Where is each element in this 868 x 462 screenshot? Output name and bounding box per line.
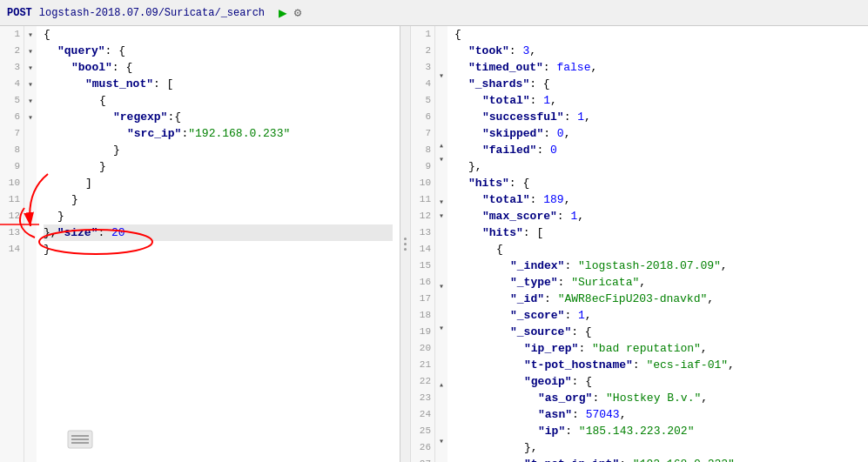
r-line-27: "t-pot_ip_int": "192.168.0.233", [454,456,861,462]
run-button[interactable]: ▶ [279,4,287,22]
r-line-2: "took": 3, [454,43,861,59]
fold-r13[interactable]: ▾ [435,195,447,209]
r-line-6: "successful": 1, [454,109,861,125]
left-line-numbers: 1 2 3 4 5 6 7 8 9 10 11 12 13 14 [0,26,24,462]
r-line-14: { [454,241,861,258]
fold-r30[interactable]: ▾ [435,434,447,448]
left-panel: 1 2 3 4 5 6 7 8 9 10 11 12 13 14 [0,26,400,462]
right-panel: 1 2 3 4 5 6 7 8 9 10 11 12 13 14 15 16 1 [411,26,868,462]
r-line-21: "t-pot_hostname": "ecs-iaf-01", [454,357,861,373]
r-line-24: "asn": 57043, [454,406,861,423]
r-line-16: "_type": "Suricata", [454,274,861,291]
r-line-8: "failed": 0 [454,142,861,158]
code-line-2: "query": { [44,43,393,59]
code-line-8: } [44,142,393,158]
fold-1[interactable]: ▾ [24,26,37,43]
fold-3[interactable]: ▾ [24,59,37,76]
r-line-7: "skipped": 0, [454,125,861,142]
r-line-17: "_id": "AWR8ecFipU203-dnavkd", [454,291,861,307]
code-line-10: ] [44,175,393,191]
right-fold-indicators: ▾ ▴ ▾ ▾ ▾ ▾ [435,26,447,462]
left-fold-indicators: ▾ ▾ ▾ ▾ ▾ ▾ [24,26,37,462]
code-line-3: "bool": { [44,59,393,76]
r-line-26: }, [454,439,861,456]
code-line-12: } [44,208,393,224]
main-container: POST logstash-2018.07.09/Suricata/_searc… [0,0,868,462]
fold-4[interactable]: ▾ [24,76,37,92]
r-line-25: "ip": "185.143.223.202" [454,423,861,439]
left-code: { "query": { "bool": { "must_not": [ { "… [37,26,400,462]
r-line-12: "max_score": 1, [454,208,861,224]
fold-r26[interactable]: ▴ [435,378,447,392]
right-line-numbers: 1 2 3 4 5 6 7 8 9 10 11 12 13 14 15 16 1 [411,26,435,462]
fold-r14[interactable]: ▾ [435,209,447,223]
fold-r19[interactable]: ▾ [435,279,447,293]
r-line-23: "as_org": "Hostkey B.v.", [454,390,861,406]
fold-2[interactable]: ▾ [24,43,37,59]
request-url: logstash-2018.07.09/Suricata/_search [39,7,265,19]
right-code: { "took": 3, "timed_out": false, "_shard… [447,26,868,462]
panel-resize-handle[interactable] [396,26,400,462]
code-line-14: } [44,241,393,258]
fold-5[interactable]: ▾ [24,92,37,109]
code-line-5: { [44,92,393,109]
r-line-15: "_index": "logstash-2018.07.09", [454,258,861,274]
code-line-6: "regexp":{ [44,109,393,125]
r-line-5: "total": 1, [454,92,861,109]
r-line-11: "total": 189, [454,191,861,208]
panels-container: 1 2 3 4 5 6 7 8 9 10 11 12 13 14 [0,26,868,462]
r-line-18: "_score": 1, [454,307,861,324]
code-line-4: "must_not": [ [44,76,393,92]
r-line-20: "ip_rep": "bad reputation", [454,340,861,357]
code-line-13: },"size": 20 [44,224,393,241]
http-method: POST [7,7,32,19]
fold-6[interactable]: ▾ [24,109,37,125]
fold-r4[interactable]: ▾ [435,68,447,82]
panel-divider [400,26,411,462]
r-line-10: "hits": { [454,175,861,191]
code-line-7: "src_ip":"192.168.0.233" [44,125,393,142]
r-line-13: "hits": [ [454,224,861,241]
r-line-4: "_shards": { [454,76,861,92]
header-bar: POST logstash-2018.07.09/Suricata/_searc… [0,0,868,26]
fold-r9[interactable]: ▴ [435,138,447,152]
r-line-3: "timed_out": false, [454,59,861,76]
r-line-19: "_source": { [454,324,861,340]
code-line-9: } [44,158,393,175]
fold-r10[interactable]: ▾ [435,152,447,166]
settings-icon[interactable]: ⚙ [294,5,301,20]
code-line-11: } [44,191,393,208]
code-line-1: { [44,26,393,43]
r-line-22: "geoip": { [454,373,861,390]
r-line-1: { [454,26,861,43]
fold-r22[interactable]: ▾ [435,321,447,335]
r-line-9: }, [454,158,861,175]
